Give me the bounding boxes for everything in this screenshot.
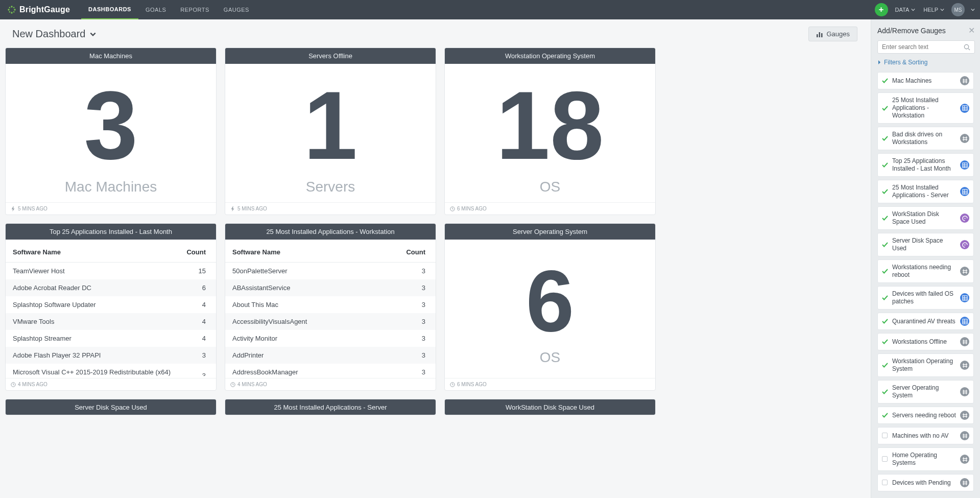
gauge-list-item[interactable]: 25 Most Installed Applications - Server <box>877 180 974 203</box>
card-most25-apps-server[interactable]: 25 Most Installed Applications - Server <box>225 399 436 415</box>
chevron-down-icon <box>89 31 97 38</box>
card-servers-offline[interactable]: Servers Offline 1 Servers 5 MINS AGO <box>225 48 436 215</box>
checkmark-icon[interactable] <box>882 188 888 195</box>
table-row[interactable]: Adobe Acrobat Reader DC6 <box>6 279 216 296</box>
col-software-name[interactable]: Software Name <box>225 242 375 263</box>
card-top25-apps[interactable]: Top 25 Applications Installed - Last Mon… <box>5 223 217 391</box>
gauge-list-item[interactable]: Mac Machines <box>877 72 974 89</box>
nav-gauges[interactable]: GAUGES <box>217 0 256 19</box>
gauge-list-item[interactable]: Quarantined AV threats <box>877 313 974 330</box>
checkmark-icon[interactable] <box>882 268 888 274</box>
gauge-list-item[interactable]: Server Disk Space Used <box>877 233 974 256</box>
card-workstation-disk[interactable]: WorkStation Disk Space Used <box>444 399 656 415</box>
metric-value: 6 <box>526 257 575 344</box>
card-title: Server Operating System <box>445 224 655 240</box>
col-software-name[interactable]: Software Name <box>6 242 179 263</box>
checkmark-icon[interactable] <box>882 215 888 221</box>
gauge-list-item[interactable]: Workstations Offline <box>877 333 974 350</box>
table-row[interactable]: ABAssistantService3 <box>225 279 436 296</box>
search-input[interactable] <box>882 43 961 51</box>
gauge-list-item[interactable]: WorkStation Disk Space Used <box>877 206 974 230</box>
filters-label: Filters & Sorting <box>884 59 927 66</box>
bolt-icon <box>230 206 235 211</box>
table-row[interactable]: AddPrinter3 <box>225 347 436 364</box>
close-icon[interactable]: ✕ <box>968 26 975 35</box>
card-server-os[interactable]: i Server Operating System 6 OS 6 MINS AG… <box>444 223 656 391</box>
count-cell: 3 <box>179 364 216 376</box>
table-row[interactable]: Activity Monitor3 <box>225 330 436 347</box>
gauge-item-label: 25 Most Installed Applications - Server <box>892 184 956 199</box>
checkmark-icon[interactable] <box>882 339 888 345</box>
table-row[interactable]: Adobe Flash Player 32 PPAPI3 <box>6 347 216 364</box>
card-footer: 4 MINS AGO <box>6 378 216 390</box>
gauge-item-label: Bad disk drives on Workstations <box>892 131 956 146</box>
card-footer: 5 MINS AGO <box>6 202 216 215</box>
gauge-list-item[interactable]: Servers needing reboot <box>877 407 974 424</box>
table-row[interactable]: Splashtop Software Updater4 <box>6 296 216 313</box>
table-row[interactable]: Microsoft Visual C++ 2015-2019 Redistrib… <box>6 364 216 376</box>
checkmark-icon[interactable] <box>882 242 888 248</box>
metric-value: 18 <box>496 77 604 174</box>
sidebar-search[interactable] <box>877 40 975 54</box>
gauge-type-badge-number <box>960 134 969 143</box>
checkmark-icon[interactable] <box>882 162 888 168</box>
checkmark-icon[interactable] <box>882 318 888 324</box>
metric-label: Servers <box>306 179 355 195</box>
filters-sorting-link[interactable]: Filters & Sorting <box>877 59 975 66</box>
checkmark-icon[interactable] <box>882 105 888 111</box>
gauge-item-label: Devices with failed OS patches <box>892 290 956 305</box>
checkmark-icon[interactable] <box>882 78 888 84</box>
checkmark-icon[interactable] <box>882 362 888 368</box>
table-row[interactable]: Splashtop Streamer4 <box>6 330 216 347</box>
card-footer: 5 MINS AGO <box>225 202 436 215</box>
software-name-cell: 50onPaletteServer <box>225 262 375 279</box>
table-row[interactable]: VMware Tools4 <box>6 313 216 330</box>
gauge-list-item[interactable]: 25 Most Installed Applications - Worksta… <box>877 92 974 124</box>
gauge-list-item[interactable]: Machines with no AV <box>877 427 974 444</box>
checkbox-empty[interactable] <box>882 456 888 462</box>
gauges-panel-button[interactable]: Gauges <box>808 27 857 41</box>
gauge-list-item[interactable]: Devices with failed OS patches <box>877 286 974 310</box>
checkmark-icon[interactable] <box>882 135 888 141</box>
help-menu[interactable]: HELP <box>922 7 945 13</box>
checkmark-icon[interactable] <box>882 295 888 301</box>
nav-dashboards[interactable]: DASHBOARDS <box>81 0 138 19</box>
software-name-cell: TeamViewer Host <box>6 262 179 279</box>
gauge-list-item[interactable]: Workstations needing reboot <box>877 259 974 283</box>
checkmark-icon[interactable] <box>882 412 888 418</box>
add-button[interactable]: + <box>875 3 888 16</box>
gauge-list-item[interactable]: Top 25 Applications Installed - Last Mon… <box>877 153 974 177</box>
gauge-list-item[interactable]: Home Operating Systems <box>877 447 974 471</box>
card-mac-machines[interactable]: Mac Machines 3 Mac Machines 5 MINS AGO <box>5 48 217 215</box>
table-row[interactable]: TeamViewer Host15 <box>6 262 216 279</box>
data-menu[interactable]: DATA <box>894 7 917 13</box>
gauge-item-label: Workstations Offline <box>892 338 956 346</box>
gauge-list-item[interactable]: Bad disk drives on Workstations <box>877 127 974 150</box>
card-most25-apps-ws[interactable]: 25 Most Installed Applications - Worksta… <box>225 223 436 391</box>
page-title[interactable]: New Dashboard <box>12 28 97 40</box>
table-row[interactable]: AddressBookManager3 <box>225 364 436 376</box>
card-workstation-os[interactable]: Workstation Operating System 18 OS 6 MIN… <box>444 48 656 215</box>
checkmark-icon[interactable] <box>882 389 888 395</box>
card-server-disk[interactable]: Server Disk Space Used <box>5 399 217 415</box>
gauge-list-item[interactable]: Server Operating System <box>877 380 974 404</box>
table-row[interactable]: 50onPaletteServer3 <box>225 262 436 279</box>
chevron-down-icon[interactable] <box>971 8 975 12</box>
nav-reports[interactable]: REPORTS <box>173 0 216 19</box>
checkbox-empty[interactable] <box>882 480 888 486</box>
col-count[interactable]: Count <box>375 242 436 263</box>
svg-rect-21 <box>962 295 967 300</box>
gauge-list-item[interactable]: Devices with Pending <box>877 474 974 491</box>
table-row[interactable]: About This Mac3 <box>225 296 436 313</box>
gauge-list-item[interactable]: Workstation Operating System <box>877 353 974 377</box>
col-count[interactable]: Count <box>179 242 216 263</box>
nav-goals[interactable]: GOALS <box>138 0 173 19</box>
table-row[interactable]: AccessibilityVisualsAgent3 <box>225 313 436 330</box>
gauge-type-badge-number <box>960 455 969 464</box>
user-avatar[interactable]: MS <box>951 3 965 16</box>
checkbox-empty[interactable] <box>882 433 888 439</box>
brand-logo[interactable]: BrightGauge <box>7 5 70 14</box>
count-cell: 3 <box>375 262 436 279</box>
card-timestamp: 4 MINS AGO <box>18 382 47 387</box>
count-cell: 4 <box>179 296 216 313</box>
